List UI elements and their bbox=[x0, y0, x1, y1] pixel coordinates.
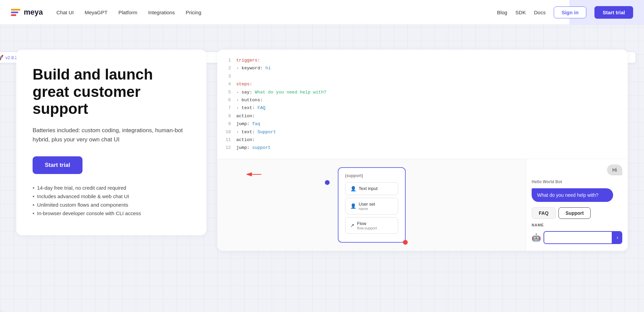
nav-pricing[interactable]: Pricing bbox=[186, 10, 201, 15]
text-input-label: Text input bbox=[359, 186, 378, 191]
chat-hi-bubble: Hi bbox=[607, 164, 622, 175]
text-input-icon: 👤 bbox=[350, 186, 356, 191]
line-number: 12 bbox=[225, 144, 231, 152]
flow-node-text-input: 👤 Text input bbox=[345, 182, 398, 195]
flow-dot-start bbox=[325, 180, 330, 185]
flow-title: (support) bbox=[345, 173, 398, 178]
code-token: triggers: bbox=[236, 58, 260, 63]
navbar: meya Chat UI MeyaGPT Platform Integratio… bbox=[0, 0, 644, 24]
nav-blog[interactable]: Blog bbox=[497, 10, 507, 15]
code-line-11: 11 action: bbox=[225, 136, 620, 144]
start-trial-hero-button[interactable]: Start trial bbox=[33, 156, 82, 174]
chat-bot-bubble: What do you need help with? bbox=[532, 188, 613, 202]
nav-platform[interactable]: Platform bbox=[118, 10, 137, 15]
flow-node-sub: flow.support bbox=[357, 226, 377, 230]
main-content: Build and launch great customer support … bbox=[0, 36, 644, 312]
support-button[interactable]: Support bbox=[558, 207, 591, 219]
line-content: jump: faq bbox=[236, 120, 260, 128]
logo-area: meya bbox=[11, 8, 43, 17]
user-set-content: User set name bbox=[359, 202, 375, 211]
line-number: 6 bbox=[225, 96, 231, 104]
line-number: 4 bbox=[225, 80, 231, 88]
chat-bot-name: Hello World Bot bbox=[532, 179, 622, 184]
chat-panel: Hi Hello World Bot What do you need help… bbox=[526, 159, 628, 251]
line-content: triggers: bbox=[236, 56, 260, 64]
hero-title: Build and launch great customer support bbox=[33, 66, 190, 118]
code-token: action: bbox=[236, 137, 255, 142]
flow-node-flow: ↗ Flow flow.support bbox=[345, 217, 398, 234]
line-content: - text: Support bbox=[236, 128, 276, 136]
nav-chat-ui[interactable]: Chat UI bbox=[56, 10, 74, 15]
chat-send-button[interactable]: › bbox=[612, 232, 622, 243]
logo-bar-red bbox=[11, 14, 16, 16]
nav-integrations[interactable]: Integrations bbox=[148, 10, 175, 15]
flow-panel: (support) 👤 Text input 👤 User set name bbox=[217, 159, 526, 251]
feature-chat-ui: Includes advanced mobile & web chat UI bbox=[33, 193, 190, 199]
code-token: support bbox=[252, 145, 271, 150]
code-line-6: 6 - buttons: bbox=[225, 96, 620, 104]
code-token: action: bbox=[236, 114, 255, 119]
code-line-7: 7 - text: FAQ bbox=[225, 104, 620, 112]
nav-meya-gpt[interactable]: MeyaGPT bbox=[85, 10, 108, 15]
logo-text[interactable]: meya bbox=[24, 8, 43, 17]
line-content: - say: What do you need help with? bbox=[236, 88, 326, 96]
line-number: 9 bbox=[225, 120, 231, 128]
code-token: jump: bbox=[236, 121, 252, 126]
flow-box-wrapper: (support) 👤 Text input 👤 User set name bbox=[338, 167, 406, 243]
flow-arrow-svg bbox=[244, 166, 265, 183]
user-set-sub: name bbox=[359, 207, 375, 211]
faq-button[interactable]: FAQ bbox=[532, 207, 556, 219]
flow-node-user-set: 👤 User set name bbox=[345, 198, 398, 214]
hero-subtitle: Batteries included: custom coding, integ… bbox=[33, 126, 190, 144]
line-number: 7 bbox=[225, 104, 231, 112]
logo-icon bbox=[11, 9, 20, 16]
user-set-label: User set bbox=[359, 202, 375, 207]
line-content: action: bbox=[236, 136, 255, 144]
code-line-4: 4steps: bbox=[225, 80, 620, 88]
flow-dot-end bbox=[403, 240, 408, 245]
chat-bot-avatar-icon: 🤖 bbox=[532, 233, 541, 242]
code-line-9: 9 jump: faq bbox=[225, 120, 620, 128]
chat-buttons: FAQ Support bbox=[532, 207, 622, 219]
feature-trial: 14-day free trial, no credit card requir… bbox=[33, 185, 190, 191]
flow-icon: ↗ bbox=[350, 223, 354, 228]
code-line-1: 1triggers: bbox=[225, 56, 620, 64]
line-content: jump: support bbox=[236, 144, 271, 152]
flow-node-content: Flow flow.support bbox=[357, 221, 377, 230]
nav-right: Blog SDK Docs Sign in Start trial bbox=[497, 6, 633, 19]
hero-features: 14-day free trial, no credit card requir… bbox=[33, 185, 190, 216]
chat-input-label: NAME bbox=[532, 223, 622, 227]
line-number: 10 bbox=[225, 128, 231, 136]
line-number: 8 bbox=[225, 112, 231, 120]
code-token: What do you need help with? bbox=[255, 90, 327, 95]
chat-input-area: 🤖 › bbox=[532, 231, 622, 244]
code-token: hi bbox=[265, 66, 271, 71]
user-set-icon: 👤 bbox=[350, 203, 356, 209]
code-line-2: 2 - keyword: hi bbox=[225, 64, 620, 72]
flow-node-label: Flow bbox=[357, 221, 377, 226]
chat-input-field[interactable] bbox=[544, 232, 612, 243]
chat-input-row: › bbox=[544, 231, 622, 244]
nav-links: Chat UI MeyaGPT Platform Integrations Pr… bbox=[56, 10, 497, 15]
nav-docs[interactable]: Docs bbox=[534, 10, 546, 15]
code-line-3: 3 bbox=[225, 72, 620, 80]
code-token: FAQ bbox=[257, 105, 265, 110]
code-line-8: 8 action: bbox=[225, 112, 620, 120]
code-token: - text: bbox=[236, 105, 257, 110]
line-content: action: bbox=[236, 112, 255, 120]
code-token: steps: bbox=[236, 82, 252, 87]
feature-console: In-browser developer console with CLI ac… bbox=[33, 210, 190, 216]
feature-flows: Unlimited custom flows and components bbox=[33, 202, 190, 208]
line-content: - text: FAQ bbox=[236, 104, 265, 112]
line-number: 11 bbox=[225, 136, 231, 144]
code-token: - say: bbox=[236, 90, 255, 95]
code-token: - buttons: bbox=[236, 98, 263, 103]
sign-in-button[interactable]: Sign in bbox=[554, 6, 586, 18]
code-line-12: 12 jump: support bbox=[225, 144, 620, 152]
code-line-10: 10 - text: Support bbox=[225, 128, 620, 136]
code-line-5: 5 - say: What do you need help with? bbox=[225, 88, 620, 96]
nav-sdk[interactable]: SDK bbox=[515, 10, 526, 15]
line-content: steps: bbox=[236, 80, 252, 88]
start-trial-nav-button[interactable]: Start trial bbox=[594, 6, 633, 19]
line-content: - buttons: bbox=[236, 96, 263, 104]
